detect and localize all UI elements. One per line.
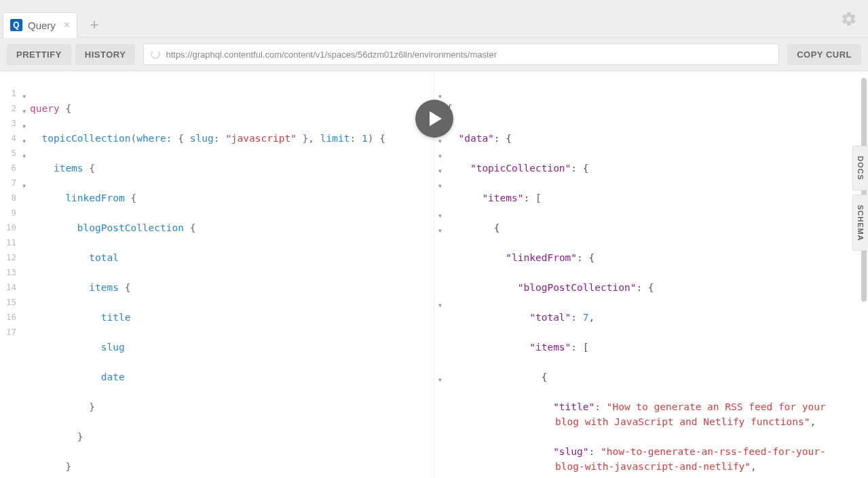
toolbar: PRETTIFY HISTORY https://graphql.content… [0, 38, 868, 71]
url-text: https://graphql.contentful.com/content/v… [166, 49, 497, 60]
content-area: 1▼2▼3▼4▼5▼67▼891011121314151617 query { … [0, 71, 868, 478]
tab-query[interactable]: Q Query × [3, 12, 77, 38]
line-numbers: 1▼2▼3▼4▼5▼67▼891011121314151617 [0, 86, 24, 340]
execute-button[interactable] [415, 100, 453, 138]
add-tab-button[interactable]: + [81, 12, 107, 38]
url-bar[interactable]: https://graphql.contentful.com/content/v… [143, 43, 779, 65]
history-button[interactable]: HISTORY [75, 44, 136, 65]
query-icon: Q [10, 19, 22, 31]
play-icon [430, 111, 442, 126]
result-fold-gutter: ▼▼▼▼▼▼▼▼▼▼▼ [434, 86, 445, 474]
side-tabs: DOCS SCHEMA [852, 146, 868, 251]
prettify-button[interactable]: PRETTIFY [7, 44, 71, 65]
spinner-icon [151, 49, 160, 59]
result-viewer[interactable]: ▼▼▼▼▼▼▼▼▼▼▼ { "data": { "topicCollection… [434, 71, 868, 478]
scrollbar[interactable] [861, 71, 867, 478]
gear-icon[interactable] [841, 11, 857, 27]
tabs-bar: Q Query × + [0, 0, 868, 38]
code-content[interactable]: query { topicCollection(where: { slug: "… [0, 86, 434, 478]
docs-tab[interactable]: DOCS [852, 146, 868, 191]
result-content: { "data": { "topicCollection": { "items"… [434, 86, 868, 478]
tab-title: Query [28, 20, 56, 31]
schema-tab[interactable]: SCHEMA [852, 195, 868, 252]
copy-curl-button[interactable]: COPY CURL [787, 44, 861, 65]
close-icon[interactable]: × [64, 19, 70, 31]
query-editor[interactable]: 1▼2▼3▼4▼5▼67▼891011121314151617 query { … [0, 71, 434, 478]
